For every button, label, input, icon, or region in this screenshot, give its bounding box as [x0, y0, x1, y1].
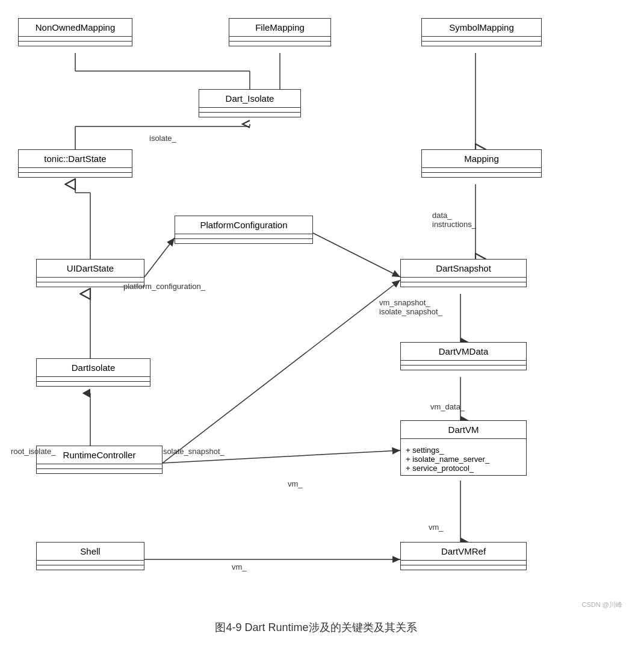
box-filemapping: FileMapping	[229, 18, 331, 46]
box-tonic-dartstate-label: tonic::DartState	[19, 150, 132, 167]
svg-line-11	[144, 238, 175, 277]
box-dartvm-attrs: + settings_+ isolate_name_server_+ servi…	[401, 443, 526, 475]
caption: 图4-9 Dart Runtime涉及的关键类及其关系	[215, 620, 417, 635]
box-dartvm: DartVM + settings_+ isolate_name_server_…	[400, 420, 527, 476]
box-mapping-label: Mapping	[422, 150, 541, 167]
box-nonownedmapping-label: NonOwnedMapping	[19, 19, 132, 36]
box-dartvm-label: DartVM	[401, 421, 526, 438]
box-dartvmref-label: DartVMRef	[401, 543, 526, 560]
box-dart-isolate: Dart_Isolate	[199, 89, 301, 117]
box-dart-isolate-label: Dart_Isolate	[199, 90, 300, 107]
label-platform-config: platform_configuration_	[123, 282, 205, 291]
box-tonic-dartstate: tonic::DartState	[18, 149, 132, 178]
label-vm-snapshot: vm_snapshot_isolate_snapshot_	[379, 298, 442, 316]
label-vm-dartvm: vm_	[429, 523, 444, 532]
box-symbolmapping: SymbolMapping	[421, 18, 542, 46]
box-platform-config: PlatformConfiguration	[175, 216, 313, 244]
box-dart-snapshot-label: DartSnapshot	[401, 260, 526, 277]
box-symbolmapping-label: SymbolMapping	[422, 19, 541, 36]
box-ui-dartstate-label: UIDartState	[37, 260, 144, 277]
box-platform-config-label: PlatformConfiguration	[175, 216, 312, 234]
box-dartvmdata: DartVMData	[400, 342, 527, 370]
box-nonownedmapping: NonOwnedMapping	[18, 18, 132, 46]
label-isolate-snapshot-rc: isolate_snapshot_	[161, 447, 225, 456]
box-dart-snapshot: DartSnapshot	[400, 259, 527, 287]
box-shell-label: Shell	[37, 543, 144, 560]
arrows-svg	[0, 0, 632, 614]
label-root-isolate: root_isolate_	[11, 447, 55, 456]
diagram: NonOwnedMapping FileMapping SymbolMappin…	[0, 0, 632, 614]
label-data-instructions: data_instructions_	[432, 211, 476, 229]
watermark: CSDN @川峰	[582, 600, 622, 609]
label-vm-shell: vm_	[232, 562, 247, 571]
label-vm-rc: vm_	[288, 479, 303, 488]
svg-line-12	[313, 233, 400, 277]
box-dartvmdata-label: DartVMData	[401, 343, 526, 360]
box-shell: Shell	[36, 542, 144, 570]
label-vm-data: vm_data_	[430, 402, 465, 411]
box-dartisolate-class-label: DartIsolate	[37, 359, 150, 376]
box-dartvmref: DartVMRef	[400, 542, 527, 570]
box-mapping: Mapping	[421, 149, 542, 178]
box-dartisolate-class: DartIsolate	[36, 358, 150, 387]
svg-line-18	[163, 280, 400, 463]
label-isolate: isolate_	[149, 134, 176, 143]
box-filemapping-label: FileMapping	[229, 19, 330, 36]
